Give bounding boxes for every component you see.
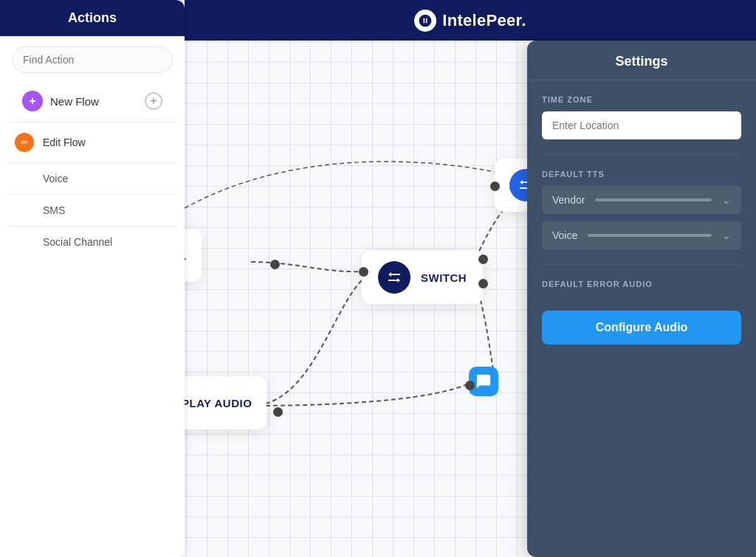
divider-1 xyxy=(7,122,177,122)
vendor-dropdown[interactable]: Vendor ⌄ xyxy=(542,186,741,214)
switch-connector-right-top xyxy=(478,255,488,264)
voice-chevron-icon: ⌄ xyxy=(722,229,731,241)
play-audio-label: PLAY AUDIO xyxy=(182,397,252,409)
new-flow-icon: + xyxy=(22,91,43,111)
default-error-audio-label: DEFAULT ERROR AUDIO xyxy=(542,280,741,288)
configure-audio-button[interactable]: Configure Audio xyxy=(542,311,741,345)
vendor-track xyxy=(595,198,712,201)
voice-dropdown[interactable]: Voice ⌄ xyxy=(542,221,741,249)
search-input-wrap xyxy=(12,46,173,73)
new-flow-label: New Flow xyxy=(50,95,99,108)
settings-panel: Settings TIME ZONE DEFAULT TTS Vendor ⌄ … xyxy=(527,41,756,557)
transfer-connector-left xyxy=(490,181,500,191)
social-channel-label: Social Channel xyxy=(43,236,112,248)
timezone-section: TIME ZONE xyxy=(527,80,756,139)
logo-icon xyxy=(414,10,436,32)
switch-connector-right-bot xyxy=(478,279,488,288)
sidebar-title: Actions xyxy=(0,0,185,36)
sidebar-item-edit-flow[interactable]: ✏ Edit Flow xyxy=(0,125,185,159)
timezone-input[interactable] xyxy=(542,111,741,139)
divider-4 xyxy=(7,226,177,226)
sidebar-item-sms[interactable]: SMS xyxy=(0,198,185,223)
voice-label: Voice xyxy=(552,229,577,241)
divider-3 xyxy=(7,194,177,195)
sms-label: SMS xyxy=(43,204,65,216)
icall-connector-right xyxy=(270,260,280,269)
edit-flow-icon: ✏ xyxy=(15,133,34,152)
new-flow-left: + New Flow xyxy=(22,91,99,111)
find-action-input[interactable] xyxy=(12,46,173,73)
settings-title: Settings xyxy=(527,41,756,80)
header-bar: IntelePeer. xyxy=(185,0,756,41)
default-error-audio-section: DEFAULT ERROR AUDIO xyxy=(527,265,756,288)
play-audio-connector-right xyxy=(273,407,283,417)
logo-text: IntelePeer. xyxy=(442,11,526,30)
timezone-label: TIME ZONE xyxy=(542,95,741,104)
sidebar-search-area xyxy=(0,36,185,80)
vendor-chevron-icon: ⌄ xyxy=(722,194,731,206)
default-tts-label: DEFAULT TTS xyxy=(542,170,741,179)
edit-flow-label: Edit Flow xyxy=(43,136,86,148)
vendor-label: Vendor xyxy=(552,194,585,206)
voice-label: Voice xyxy=(43,173,68,184)
sidebar: Actions + New Flow + ✏ Edit Flow Voice S… xyxy=(0,0,185,557)
logo-area: IntelePeer. xyxy=(414,10,526,32)
divider-2 xyxy=(7,162,177,163)
switch-label: SWITCH xyxy=(421,271,467,284)
default-tts-section: DEFAULT TTS Vendor ⌄ Voice ⌄ xyxy=(527,155,756,249)
switch-node[interactable]: SWITCH xyxy=(362,251,483,304)
small-node-connector xyxy=(465,381,475,390)
new-flow-row[interactable]: + New Flow + xyxy=(7,83,177,119)
voice-track xyxy=(588,234,712,237)
add-flow-button[interactable]: + xyxy=(145,92,162,110)
switch-icon xyxy=(378,261,410,294)
sidebar-item-voice[interactable]: Voice xyxy=(0,166,185,191)
switch-connector-left xyxy=(359,267,368,277)
sidebar-item-social-channel[interactable]: Social Channel xyxy=(0,229,185,255)
